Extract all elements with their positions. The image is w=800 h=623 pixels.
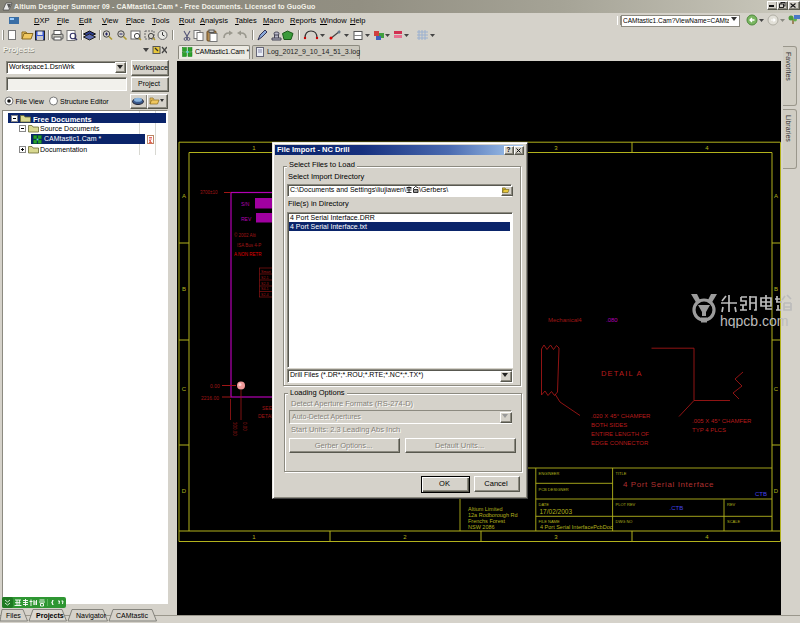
svg-text:CAMtastic: CAMtastic — [116, 612, 148, 619]
svg-text:ISA Bus 4-P: ISA Bus 4-P — [237, 243, 261, 248]
svg-text:Projects: Projects — [36, 612, 64, 620]
svg-text:SCALE: SCALE — [727, 519, 740, 524]
svg-text:S2-3: S2-3 — [261, 282, 269, 286]
svg-text:17/02/2003: 17/02/2003 — [540, 508, 573, 515]
svg-text:Mechanical4: Mechanical4 — [548, 317, 582, 323]
svg-text:C: C — [182, 386, 187, 392]
svg-text:.080: .080 — [606, 317, 618, 323]
svg-text:REV: REV — [727, 502, 736, 507]
svg-text:C: C — [774, 386, 779, 392]
svg-text:0.00: 0.00 — [242, 422, 247, 431]
svg-text:© 2002 Alti: © 2002 Alti — [234, 232, 256, 238]
svg-text:300.00: 300.00 — [232, 422, 237, 436]
svg-text:Navigator: Navigator — [76, 612, 107, 620]
svg-text:A: A — [182, 193, 186, 199]
svg-text:ENTIRE LENGTH OF: ENTIRE LENGTH OF — [591, 431, 649, 437]
svg-text:S2-4: S2-4 — [261, 293, 269, 297]
svg-text:B: B — [182, 286, 186, 292]
svg-text:DATE: DATE — [539, 502, 550, 507]
svg-text:TYP 4 PLCS: TYP 4 PLCS — [692, 427, 726, 433]
svg-text:4 Port Serial Interface: 4 Port Serial Interface — [623, 480, 714, 489]
svg-text:REV: REV — [241, 216, 252, 222]
svg-text:.CTB: .CTB — [670, 505, 684, 511]
svg-text:DWG NO: DWG NO — [616, 519, 633, 524]
svg-text:NSW 2086: NSW 2086 — [468, 524, 495, 530]
svg-text:ENGINEER: ENGINEER — [539, 471, 560, 476]
svg-text:Files: Files — [6, 612, 21, 619]
svg-text:BOTH SIDES: BOTH SIDES — [591, 422, 627, 428]
svg-text:DETAIL A: DETAIL A — [601, 369, 643, 378]
svg-text:.005 X 45° CHAMFER: .005 X 45° CHAMFER — [692, 418, 752, 424]
svg-text:EDGE CONNECTOR: EDGE CONNECTOR — [591, 440, 649, 446]
svg-text:S2-1: S2-1 — [261, 276, 269, 280]
svg-text:4 Port Serial InterfacePcbDoc: 4 Port Serial InterfacePcbDoc — [540, 524, 613, 530]
svg-text:.020 X 45° CHAMFER: .020 X 45° CHAMFER — [591, 413, 651, 419]
svg-text:3700±10: 3700±10 — [200, 190, 218, 195]
svg-text:D: D — [182, 488, 187, 494]
svg-text:S/N: S/N — [241, 201, 250, 207]
svg-text:A: A — [774, 193, 778, 199]
svg-text:0.00: 0.00 — [210, 383, 220, 389]
svg-text:TITLE: TITLE — [616, 471, 627, 476]
svg-text:A NON RETR: A NON RETR — [234, 252, 262, 257]
svg-text:PLOT REV: PLOT REV — [616, 502, 636, 507]
svg-text:hqpcb.com: hqpcb.com — [720, 313, 788, 328]
svg-text:S4-1: S4-1 — [261, 287, 269, 291]
svg-text:PCB DESIGNER: PCB DESIGNER — [539, 487, 569, 492]
svg-text:Smart: Smart — [261, 270, 271, 274]
svg-text:D: D — [774, 488, 779, 494]
svg-text:2216.00: 2216.00 — [201, 395, 219, 401]
svg-text:CTB: CTB — [755, 491, 767, 497]
